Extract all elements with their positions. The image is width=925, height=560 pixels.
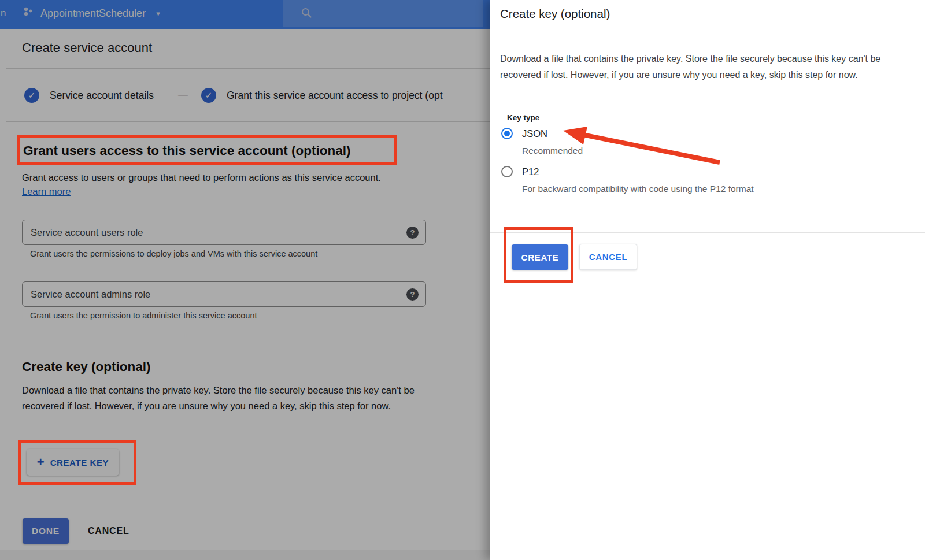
step2-check-icon: ✓ <box>201 88 216 103</box>
key-type-option-json[interactable]: JSON <box>501 128 547 139</box>
search-input[interactable] <box>283 0 483 27</box>
p12-option-helper: For backward compatibility with code usi… <box>522 184 754 194</box>
search-icon <box>301 7 312 21</box>
create-key-side-panel: Create key (optional) Download a file th… <box>490 0 925 560</box>
chevron-down-icon: ▾ <box>156 9 160 18</box>
step1-check-icon: ✓ <box>24 88 39 103</box>
panel-footer-divider <box>490 232 925 233</box>
panel-description: Download a file that contains the privat… <box>500 51 900 83</box>
grant-users-heading: Grant users access to this service accou… <box>23 143 350 158</box>
project-selector[interactable]: AppointmentScheduler ▾ <box>22 6 160 21</box>
content-left-edge <box>6 29 6 560</box>
project-name: AppointmentScheduler <box>40 8 146 20</box>
admins-role-helper-text: Grant users the permission to administer… <box>30 311 257 320</box>
admins-role-field-label: Service account admins role <box>31 289 406 300</box>
cancel-button-panel[interactable]: CANCEL <box>579 244 637 270</box>
radio-selected-icon[interactable] <box>501 128 513 139</box>
bottom-strip <box>0 550 490 560</box>
service-account-users-role-field[interactable]: Service account users role ? <box>22 220 426 245</box>
service-account-admins-role-field[interactable]: Service account admins role ? <box>22 281 426 307</box>
main-content-region: n AppointmentScheduler ▾ <box>0 0 490 560</box>
cancel-button-left[interactable]: CANCEL <box>88 518 129 544</box>
help-icon[interactable]: ? <box>406 227 419 239</box>
grant-users-description: Grant access to users or groups that nee… <box>22 170 438 186</box>
page-title: Create service account <box>22 40 152 55</box>
step1-label[interactable]: Service account details <box>50 90 154 102</box>
key-type-option-p12[interactable]: P12 <box>501 166 539 177</box>
create-key-description: Download a file that contains the privat… <box>22 383 421 414</box>
json-option-helper: Recommended <box>522 146 583 156</box>
panel-title: Create key (optional) <box>500 7 610 21</box>
screen: n AppointmentScheduler ▾ <box>0 0 925 560</box>
project-logo-icon <box>22 6 35 21</box>
stepper: ✓ Service account details — ✓ Grant this… <box>0 87 490 106</box>
users-role-field-label: Service account users role <box>31 227 406 238</box>
plus-icon: + <box>37 457 45 468</box>
create-key-button[interactable]: + CREATE KEY <box>27 449 119 476</box>
radio-unselected-icon[interactable] <box>501 166 513 177</box>
done-button[interactable]: DONE <box>23 518 69 544</box>
header-divider <box>6 68 490 69</box>
users-role-helper-text: Grant users the permissions to deploy jo… <box>30 249 317 258</box>
stepper-separator: — <box>178 89 188 101</box>
create-key-button-label: CREATE KEY <box>50 458 109 468</box>
stepper-divider <box>6 121 490 122</box>
panel-header-divider <box>490 32 925 32</box>
clipped-nav-text: n <box>1 8 6 19</box>
step2-label[interactable]: Grant this service account access to pro… <box>227 90 443 102</box>
json-option-label: JSON <box>522 128 547 139</box>
key-type-label: Key type <box>507 113 539 122</box>
create-button[interactable]: CREATE <box>512 244 568 270</box>
help-icon[interactable]: ? <box>406 288 419 301</box>
learn-more-link[interactable]: Learn more <box>22 186 71 197</box>
p12-option-label: P12 <box>522 166 539 177</box>
top-app-bar: n AppointmentScheduler ▾ <box>0 0 490 29</box>
create-key-heading: Create key (optional) <box>22 359 151 374</box>
